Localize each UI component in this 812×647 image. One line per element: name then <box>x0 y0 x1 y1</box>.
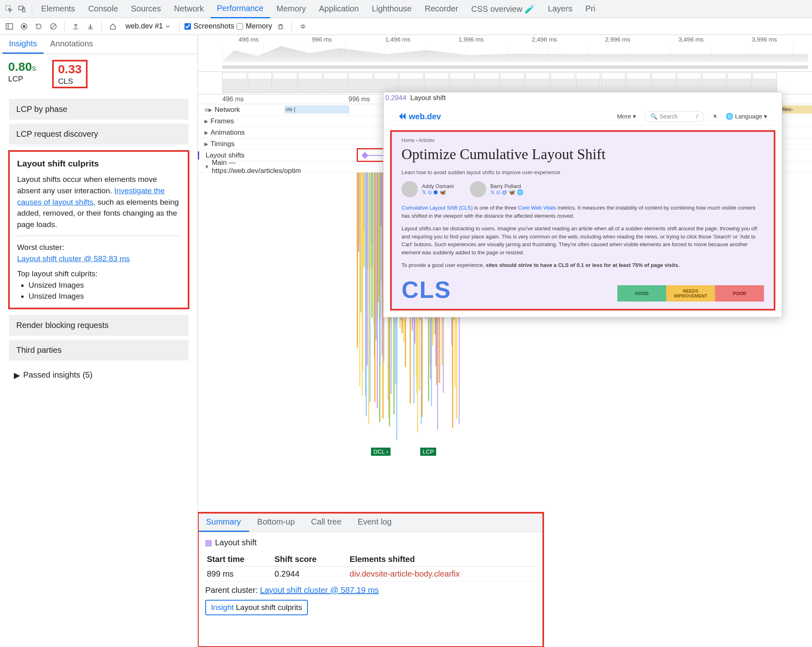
network-span[interactable]: cls ( <box>284 105 349 114</box>
preview-nav: web.dev More ▾ 🔍 Search/ ☀ 🌐 Language ▾ <box>390 108 775 125</box>
filmstrip-frame[interactable] <box>702 72 726 93</box>
tab-event-log[interactable]: Event log <box>349 513 399 532</box>
lcp-value: 0.80 <box>8 60 32 73</box>
tab-elements[interactable]: Elements <box>35 0 81 17</box>
insight-third-parties[interactable]: Third parties <box>9 340 189 361</box>
screenshots-checkbox[interactable]: Screenshots <box>184 22 234 31</box>
filmstrip-frame[interactable] <box>500 72 525 93</box>
insights-sidebar: Insights Annotations 0.80s LCP 0.33 CLS … <box>0 35 198 647</box>
separator <box>64 22 65 31</box>
tab-recorder[interactable]: Recorder <box>418 0 465 17</box>
separator <box>179 22 180 31</box>
insight-render-blocking[interactable]: Render blocking requests <box>9 315 189 336</box>
tab-call-tree[interactable]: Call tree <box>303 513 349 532</box>
details-drawer: Summary Bottom-up Call tree Event log La… <box>198 513 543 647</box>
article-title: Optimize Cumulative Layout Shift <box>402 146 764 163</box>
filmstrip-frame[interactable] <box>399 72 424 93</box>
filmstrip-frame[interactable] <box>652 72 676 93</box>
lcp-metric[interactable]: 0.80s LCP <box>8 60 36 88</box>
tab-console[interactable]: Console <box>81 0 124 17</box>
filmstrip-frame[interactable] <box>601 72 625 93</box>
insight-lcp-request[interactable]: LCP request discovery <box>9 124 189 144</box>
event-color-swatch <box>205 540 212 546</box>
filmstrip-frame[interactable] <box>273 72 297 93</box>
filmstrip-frame[interactable] <box>450 72 474 93</box>
event-name: Layout shift <box>215 538 257 547</box>
filmstrip-frame[interactable] <box>626 72 651 93</box>
cls-label: CLS <box>58 77 81 86</box>
start-time: 899 ms <box>205 567 273 581</box>
devtools-tabs: Elements Console Sources Network Perform… <box>0 0 812 18</box>
separator <box>32 4 32 14</box>
avatar <box>470 181 486 197</box>
parent-cluster-link[interactable]: Layout shift cluster @ 587.19 ms <box>260 586 379 595</box>
gc-icon[interactable] <box>274 20 287 33</box>
culprits-title: Layout shift culprits <box>17 157 180 170</box>
tab-summary[interactable]: Summary <box>198 513 249 532</box>
svg-rect-0 <box>6 6 10 10</box>
lcp-marker[interactable]: LCP <box>420 448 436 456</box>
filmstrip-frame[interactable] <box>677 72 701 93</box>
chevron-down-icon <box>165 24 170 29</box>
filmstrip-frame[interactable] <box>298 72 323 93</box>
separator <box>292 22 292 31</box>
overview-chart[interactable]: 496 ms 996 ms 1,496 ms 1,996 ms 2,496 ms… <box>198 35 812 72</box>
record-icon[interactable] <box>18 20 30 33</box>
culprits-desc: Layout shifts occur when elements move a… <box>17 174 180 230</box>
filmstrip-frame[interactable] <box>374 72 398 93</box>
filmstrip-frame[interactable] <box>424 72 449 93</box>
cls-metric[interactable]: 0.33 CLS <box>52 60 87 88</box>
filmstrip-frame[interactable] <box>551 72 575 93</box>
toggle-panel-icon[interactable] <box>3 20 15 33</box>
filmstrip-frame[interactable] <box>753 72 777 93</box>
screenshot-preview: 0.2944 Layout shift web.dev More ▾ 🔍 Sea… <box>383 92 782 317</box>
inspect-icon[interactable] <box>3 3 15 15</box>
filmstrip-frame[interactable] <box>349 72 373 93</box>
tab-bottom-up[interactable]: Bottom-up <box>249 513 303 532</box>
breadcrumb: Home › Articles <box>402 138 764 143</box>
cls-value: 0.33 <box>58 62 81 76</box>
tab-css-overview[interactable]: CSS overview 🧪 <box>465 0 541 18</box>
filmstrip-frame[interactable] <box>727 72 752 93</box>
reload-icon[interactable] <box>33 20 45 33</box>
recording-selector[interactable]: web.dev #1 <box>121 20 174 32</box>
shift-score: 0.2944 <box>385 94 406 102</box>
cls-logo: CLS <box>402 276 451 303</box>
theme-icon: ☀ <box>712 113 718 120</box>
tab-memory[interactable]: Memory <box>270 0 312 17</box>
device-icon[interactable] <box>16 3 28 15</box>
insight-pill[interactable]: Insight Layout shift culprits <box>205 600 308 615</box>
filmstrip-frame[interactable] <box>248 72 272 93</box>
tab-application[interactable]: Application <box>312 0 365 17</box>
filmstrip-frame[interactable] <box>323 72 348 93</box>
passed-insights[interactable]: ▶ Passed insights (5) <box>7 365 191 386</box>
worst-cluster-link[interactable]: Layout shift cluster @ 582.83 ms <box>17 254 130 263</box>
insight-lcp-phase[interactable]: LCP by phase <box>9 99 189 120</box>
filmstrip-frame[interactable] <box>525 72 550 93</box>
top-culprits-label: Top layout shift culprits: <box>17 268 180 280</box>
filmstrip-frame[interactable] <box>475 72 499 93</box>
tab-layers[interactable]: Layers <box>541 0 579 17</box>
dcl-marker[interactable]: DCL › <box>371 448 391 456</box>
memory-checkbox[interactable]: Memory <box>237 22 272 31</box>
tab-annotations[interactable]: Annotations <box>44 35 100 54</box>
tab-performance[interactable]: Performance <box>211 0 270 18</box>
tab-network[interactable]: Network <box>167 0 210 17</box>
svg-point-6 <box>23 25 26 28</box>
home-icon[interactable] <box>107 20 119 33</box>
shifted-element-link[interactable]: div.devsite-article-body.clearfix <box>348 567 536 581</box>
language-menu: 🌐 Language ▾ <box>726 113 767 120</box>
filmstrip-frame[interactable] <box>222 72 247 93</box>
tab-insights[interactable]: Insights <box>2 35 44 54</box>
tab-overflow[interactable]: Pri <box>579 0 601 17</box>
filmstrip-frame[interactable] <box>576 72 600 93</box>
timeline-panel: 496 ms 996 ms 1,496 ms 1,996 ms 2,496 ms… <box>198 35 812 647</box>
upload-icon[interactable] <box>70 20 82 33</box>
insight-layout-shift-culprits[interactable]: Layout shift culprits Layout shifts occu… <box>8 150 189 309</box>
tab-sources[interactable]: Sources <box>125 0 167 17</box>
download-icon[interactable] <box>84 20 97 33</box>
tab-lighthouse[interactable]: Lighthouse <box>365 0 418 17</box>
clear-icon[interactable] <box>47 20 59 33</box>
collapse-icon[interactable] <box>297 20 309 33</box>
filmstrip[interactable] <box>198 72 812 94</box>
